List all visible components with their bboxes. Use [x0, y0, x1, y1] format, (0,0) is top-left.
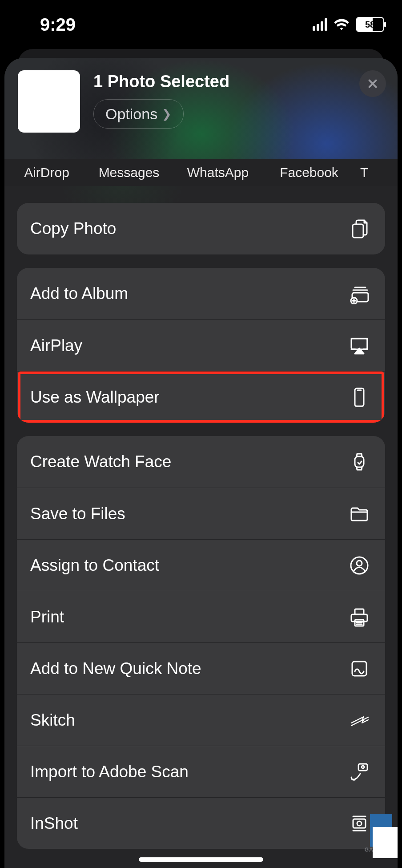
action-group-1: Copy Photo: [17, 203, 385, 254]
status-right: 58: [313, 17, 384, 32]
cellular-icon: [313, 18, 327, 31]
action-add-to-album[interactable]: Add to Album: [17, 268, 385, 319]
adobe-scan-icon: [349, 761, 370, 783]
contact-icon: [349, 555, 370, 576]
svg-rect-0: [353, 224, 363, 238]
close-icon: [367, 78, 378, 89]
action-label: Create Watch Face: [30, 452, 171, 471]
options-button[interactable]: Options ❯: [93, 99, 184, 129]
app-whatsapp[interactable]: WhatsApp: [173, 165, 262, 180]
sheet-header: 1 Photo Selected Options ❯: [4, 58, 398, 159]
album-plus-icon: [349, 283, 370, 304]
action-label: Save to Files: [30, 505, 125, 523]
app-facebook[interactable]: Facebook: [262, 165, 356, 180]
svg-rect-3: [351, 339, 367, 349]
action-group-3: Create Watch Face Save to Files: [17, 436, 385, 849]
photo-thumbnail[interactable]: [18, 70, 80, 133]
app-messages[interactable]: Messages: [84, 165, 173, 180]
svg-rect-16: [358, 764, 367, 771]
action-group-2: Add to Album AirPlay: [17, 268, 385, 423]
battery-level: 58: [365, 20, 375, 30]
svg-point-17: [362, 766, 364, 768]
action-skitch[interactable]: Skitch: [17, 694, 385, 746]
action-copy-photo[interactable]: Copy Photo: [17, 203, 385, 254]
skitch-icon: [349, 710, 370, 731]
quick-note-icon: [349, 658, 370, 679]
action-label: InShot: [30, 814, 78, 833]
wifi-icon: [334, 18, 350, 31]
action-import-adobe-scan[interactable]: Import to Adobe Scan: [17, 746, 385, 797]
action-label: AirPlay: [30, 336, 82, 355]
airplay-icon: [349, 335, 370, 356]
action-label: Print: [30, 608, 64, 626]
home-indicator[interactable]: [139, 857, 263, 862]
svg-point-9: [357, 561, 362, 566]
app-more[interactable]: T: [356, 165, 378, 180]
action-label: Skitch: [30, 711, 75, 730]
action-airplay[interactable]: AirPlay: [17, 319, 385, 371]
action-create-watch-face[interactable]: Create Watch Face: [17, 436, 385, 488]
share-sheet: 1 Photo Selected Options ❯ AirDrop Messa…: [4, 58, 398, 868]
action-label: Import to Adobe Scan: [30, 763, 189, 781]
svg-rect-15: [352, 662, 366, 676]
share-apps-row: AirDrop Messages WhatsApp Facebook T: [4, 159, 398, 186]
action-add-to-quick-note[interactable]: Add to New Quick Note: [17, 642, 385, 694]
phone-icon: [349, 387, 370, 408]
action-label: Assign to Contact: [30, 556, 159, 575]
copy-icon: [349, 218, 370, 239]
svg-rect-11: [355, 609, 364, 614]
action-label: Add to Album: [30, 284, 128, 303]
action-print[interactable]: Print: [17, 591, 385, 642]
status-time: 9:29: [40, 15, 76, 35]
close-button[interactable]: [359, 70, 386, 97]
svg-rect-4: [355, 388, 364, 406]
svg-rect-18: [353, 819, 366, 828]
action-label: Use as Wallpaper: [30, 388, 160, 407]
folder-icon: [349, 503, 370, 525]
action-label: Copy Photo: [30, 219, 116, 238]
options-label: Options: [105, 105, 157, 123]
action-use-as-wallpaper[interactable]: Use as Wallpaper: [17, 371, 385, 423]
action-save-to-files[interactable]: Save to Files: [17, 488, 385, 539]
status-bar: 9:29 58: [0, 0, 402, 49]
printer-icon: [349, 606, 370, 628]
sheet-title: 1 Photo Selected: [93, 72, 384, 91]
action-label: Add to New Quick Note: [30, 659, 201, 678]
chevron-right-icon: ❯: [162, 107, 172, 121]
action-assign-to-contact[interactable]: Assign to Contact: [17, 539, 385, 591]
svg-rect-6: [355, 456, 364, 467]
actions-section: Copy Photo Add to Album: [4, 186, 398, 849]
svg-point-19: [357, 821, 362, 826]
inshot-icon: [349, 813, 370, 834]
battery-icon: 58: [356, 17, 384, 32]
app-airdrop[interactable]: AirDrop: [9, 165, 84, 180]
watch-icon: [349, 451, 370, 472]
svg-rect-10: [351, 614, 367, 622]
action-inshot[interactable]: InShot: [17, 797, 385, 849]
